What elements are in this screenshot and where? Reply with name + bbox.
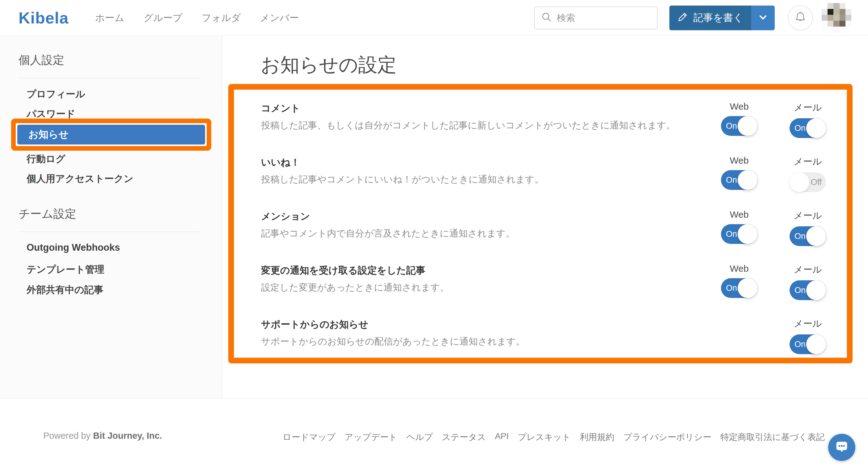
setting-title: メンション bbox=[261, 210, 704, 223]
footer-link-privacy-policy[interactable]: プライバシーポリシー bbox=[623, 431, 711, 443]
search-input[interactable] bbox=[557, 13, 651, 23]
footer-link-roadmap[interactable]: ロードマップ bbox=[283, 431, 336, 443]
divider bbox=[19, 231, 199, 232]
footer-link-api[interactable]: API bbox=[495, 431, 509, 443]
comment-web-toggle[interactable]: On bbox=[721, 116, 757, 136]
footer-link-press-kit[interactable]: プレスキット bbox=[518, 431, 571, 443]
setting-row-watched-articles: 変更の通知を受け取る設定をした記事 設定した変更があったときに通知されます。 W… bbox=[261, 263, 831, 317]
toggle-knob bbox=[806, 280, 826, 300]
mail-column-label: メール bbox=[794, 155, 822, 168]
sidebar-item-profile[interactable]: プロフィール bbox=[27, 88, 85, 101]
setting-row-comment: コメント 投稿した記事、もしくは自分がコメントした記事に新しいコメントがついたと… bbox=[261, 101, 831, 155]
kibela-logo[interactable]: Kibela bbox=[19, 9, 69, 27]
setting-description: サポートからのお知らせの配信があったときに通知されます。 bbox=[261, 335, 772, 348]
footer-links: ロードマップ アップデート ヘルプ ステータス API プレスキット 利用規約 … bbox=[283, 431, 825, 443]
setting-row-like: いいね！ 投稿した記事やコメントにいいね！がついたときに通知されます。 Web … bbox=[261, 155, 831, 209]
setting-row-support-news: サポートからのお知らせ サポートからのお知らせの配信があったときに通知されます。… bbox=[261, 317, 831, 371]
setting-title: 変更の通知を受け取る設定をした記事 bbox=[261, 264, 704, 277]
search-icon bbox=[541, 11, 553, 24]
setting-description: 記事やコメント内で自分が言及されたときに通知されます。 bbox=[261, 227, 704, 240]
page-footer: Powered by Bit Journey, Inc. ロードマップ アップデ… bbox=[0, 398, 868, 473]
notification-settings-list: コメント 投稿した記事、もしくは自分がコメントした記事に新しいコメントがついたと… bbox=[234, 90, 847, 358]
setting-title: コメント bbox=[261, 102, 704, 115]
support-mail-toggle[interactable]: On bbox=[789, 335, 826, 354]
toggle-knob bbox=[806, 118, 826, 138]
team-settings-heading: チーム設定 bbox=[19, 206, 76, 222]
page-title: お知らせの設定 bbox=[261, 52, 397, 78]
write-article-button[interactable]: 記事を書く bbox=[670, 5, 751, 30]
footer-link-status[interactable]: ステータス bbox=[442, 431, 486, 443]
avatar[interactable] bbox=[822, 3, 851, 33]
annotation-box-settings: コメント 投稿した記事、もしくは自分がコメントした記事に新しいコメントがついたと… bbox=[228, 84, 852, 364]
comment-mail-toggle[interactable]: On bbox=[789, 118, 826, 138]
mail-column-label: メール bbox=[794, 317, 822, 330]
pencil-icon bbox=[677, 11, 688, 25]
notifications-bell-button[interactable] bbox=[788, 5, 813, 31]
footer-link-terms[interactable]: 利用規約 bbox=[580, 431, 614, 443]
mail-column-label: メール bbox=[794, 263, 822, 276]
toggle-knob bbox=[738, 224, 757, 244]
toggle-knob bbox=[738, 116, 757, 136]
settings-sidebar: 個人設定 プロフィール パスワード お知らせ 行動ログ 個人用アクセストークン … bbox=[0, 36, 222, 398]
toggle-knob bbox=[806, 226, 826, 246]
nav-item-home[interactable]: ホーム bbox=[95, 11, 124, 24]
main-panel: お知らせの設定 コメント 投稿した記事、もしくは自分がコメントした記事に新しいコ… bbox=[222, 36, 868, 398]
like-mail-toggle[interactable]: Off bbox=[789, 172, 826, 192]
web-column-label: Web bbox=[730, 155, 748, 166]
like-web-toggle[interactable]: On bbox=[721, 170, 757, 190]
setting-description: 投稿した記事やコメントにいいね！がついたときに通知されます。 bbox=[261, 173, 704, 186]
toggle-knob bbox=[738, 170, 757, 190]
toggle-knob bbox=[806, 335, 826, 354]
setting-title: サポートからのお知らせ bbox=[261, 318, 772, 331]
watched-web-toggle[interactable]: On bbox=[721, 278, 757, 298]
toggle-knob bbox=[738, 278, 757, 298]
toggle-knob bbox=[789, 172, 809, 192]
sidebar-item-notifications-selected[interactable]: お知らせ bbox=[17, 125, 205, 145]
mail-column-label: メール bbox=[794, 209, 822, 222]
sidebar-item-externally-shared-articles[interactable]: 外部共有中の記事 bbox=[27, 283, 103, 296]
search-box bbox=[534, 6, 658, 29]
divider bbox=[19, 78, 199, 78]
setting-row-mention: メンション 記事やコメント内で自分が言及されたときに通知されます。 Web On bbox=[261, 209, 831, 263]
annotation-box-sidebar: お知らせ bbox=[11, 119, 211, 151]
mention-web-toggle[interactable]: On bbox=[721, 224, 757, 244]
setting-title: いいね！ bbox=[261, 156, 704, 169]
powered-by: Powered by Bit Journey, Inc. bbox=[43, 431, 162, 441]
nav-item-folders[interactable]: フォルダ bbox=[202, 11, 241, 24]
write-article-button-group: 記事を書く bbox=[670, 5, 775, 30]
top-navbar: Kibela ホーム グループ フォルダ メンバー 記事を書く bbox=[0, 0, 868, 36]
watched-mail-toggle[interactable]: On bbox=[789, 280, 826, 300]
mention-mail-toggle[interactable]: On bbox=[789, 226, 826, 246]
web-column-label: Web bbox=[730, 101, 748, 112]
sidebar-item-access-tokens[interactable]: 個人用アクセストークン bbox=[27, 172, 133, 185]
chat-bubble-icon bbox=[834, 439, 850, 456]
setting-description: 投稿した記事、もしくは自分がコメントした記事に新しいコメントがついたときに通知さ… bbox=[261, 119, 704, 132]
sidebar-item-activity-log[interactable]: 行動ログ bbox=[27, 153, 65, 165]
support-chat-button[interactable] bbox=[828, 434, 855, 461]
footer-link-help[interactable]: ヘルプ bbox=[406, 431, 433, 443]
footer-link-commercial-transactions[interactable]: 特定商取引法に基づく表記 bbox=[720, 431, 825, 443]
nav-item-members[interactable]: メンバー bbox=[260, 11, 299, 24]
nav-item-groups[interactable]: グループ bbox=[144, 11, 183, 24]
sidebar-item-template-management[interactable]: テンプレート管理 bbox=[27, 263, 104, 276]
personal-settings-heading: 個人設定 bbox=[19, 53, 64, 68]
bell-icon bbox=[794, 10, 807, 25]
web-column-label: Web bbox=[730, 263, 748, 274]
chevron-down-icon bbox=[757, 11, 769, 25]
write-article-dropdown-button[interactable] bbox=[751, 5, 775, 30]
content-area: 個人設定 プロフィール パスワード お知らせ 行動ログ 個人用アクセストークン … bbox=[0, 36, 868, 398]
company-name: Bit Journey, Inc. bbox=[93, 431, 162, 441]
setting-description: 設定した変更があったときに通知されます。 bbox=[261, 281, 704, 294]
footer-link-updates[interactable]: アップデート bbox=[344, 431, 397, 443]
web-column-label: Web bbox=[730, 209, 748, 220]
main-nav: ホーム グループ フォルダ メンバー bbox=[95, 11, 299, 24]
sidebar-item-outgoing-webhooks[interactable]: Outgoing Webhooks bbox=[27, 242, 120, 253]
mail-column-label: メール bbox=[794, 101, 822, 114]
